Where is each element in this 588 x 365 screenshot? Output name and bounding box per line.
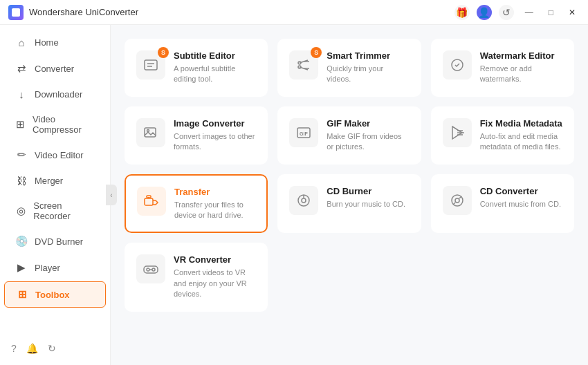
smart-trimmer-name: Smart Trimmer [327, 50, 409, 61]
sidebar-label-converter: Converter [35, 64, 74, 74]
sidebar: ⌂ Home ⇄ Converter ↓ Downloader ⊞ Video … [0, 25, 111, 365]
transfer-info: Transfer Transfer your files to device o… [174, 187, 255, 221]
sidebar-label-video-editor: Video Editor [35, 150, 84, 160]
svg-rect-0 [145, 60, 157, 70]
title-bar-right: 🎁 👤 ↺ — □ ✕ [454, 5, 580, 20]
tool-card-cd-burner[interactable]: CD Burner Burn your music to CD. [277, 174, 421, 234]
gift-icon[interactable]: 🎁 [454, 5, 470, 20]
image-converter-desc: Convert images to other formats. [174, 131, 256, 153]
smart-trimmer-badge: S [311, 47, 322, 58]
sidebar-item-merger[interactable]: ⛓ Merger [4, 169, 106, 193]
cd-converter-info: CD Converter Convert music from CD. [480, 186, 562, 209]
tool-grid: S Subtitle Editor A powerful subtitle ed… [125, 39, 574, 312]
refresh-icon[interactable]: ↺ [499, 5, 514, 20]
sync-icon[interactable]: ↻ [48, 343, 56, 354]
tool-card-transfer[interactable]: Transfer Transfer your files to device o… [125, 174, 268, 234]
tool-card-image-converter[interactable]: Image Converter Convert images to other … [125, 106, 268, 165]
tool-card-subtitle-editor[interactable]: S Subtitle Editor A powerful subtitle ed… [125, 39, 268, 97]
smart-trimmer-info: Smart Trimmer Quickly trim your videos. [327, 50, 409, 85]
sidebar-label-merger: Merger [35, 176, 63, 186]
sidebar-item-video-editor[interactable]: ✏ Video Editor [4, 142, 106, 167]
close-button[interactable]: ✕ [564, 6, 580, 19]
sidebar-label-screen-recorder: Screen Recorder [33, 200, 95, 221]
smart-trimmer-icon-wrap: S [289, 50, 318, 79]
watermark-editor-info: Watermark Editor Remove or add watermark… [480, 50, 562, 85]
sidebar-collapse-button[interactable]: ‹ [106, 185, 117, 205]
sidebar-item-home[interactable]: ⌂ Home [4, 30, 106, 55]
sidebar-bottom: ? 🔔 ↻ [0, 337, 110, 359]
sidebar-item-toolbox[interactable]: ⊞ Toolbox [4, 281, 106, 308]
svg-text:GIF: GIF [300, 131, 308, 136]
home-icon: ⌂ [15, 37, 28, 48]
minimize-button[interactable]: — [521, 6, 538, 19]
toolbox-icon: ⊞ [16, 288, 28, 301]
downloader-icon: ↓ [15, 88, 28, 100]
sidebar-item-video-compressor[interactable]: ⊞ Video Compressor [4, 108, 106, 141]
player-icon: ▶ [15, 261, 28, 274]
title-bar: Wondershare UniConverter 🎁 👤 ↺ — □ ✕ [0, 0, 588, 25]
image-converter-info: Image Converter Convert images to other … [174, 118, 256, 153]
sidebar-nav: ⌂ Home ⇄ Converter ↓ Downloader ⊞ Video … [0, 30, 110, 308]
video-editor-icon: ✏ [15, 149, 28, 161]
sidebar-label-toolbox: Toolbox [35, 290, 70, 300]
svg-rect-8 [145, 128, 156, 137]
svg-point-20 [302, 198, 306, 203]
watermark-editor-icon-wrap [443, 50, 472, 79]
tool-card-vr-converter[interactable]: VR Converter Convert videos to VR and en… [125, 243, 268, 311]
vr-converter-icon-wrap [136, 254, 165, 283]
tool-card-fix-media-metadata[interactable]: Fix Media Metadata Auto-fix and edit med… [431, 106, 574, 165]
sidebar-label-player: Player [35, 263, 60, 273]
sidebar-label-downloader: Downloader [35, 89, 82, 100]
cd-converter-icon-wrap [443, 186, 472, 215]
fix-media-metadata-name: Fix Media Metadata [480, 118, 562, 129]
notification-icon[interactable]: 🔔 [26, 343, 38, 354]
sidebar-label-dvd-burner: DVD Burner [35, 236, 83, 247]
tool-card-gif-maker[interactable]: GIF GIF Maker Make GIF from videos or pi… [277, 106, 421, 165]
tool-card-cd-converter[interactable]: CD Converter Convert music from CD. [431, 174, 574, 234]
sidebar-item-converter[interactable]: ⇄ Converter [4, 56, 106, 81]
dvd-burner-icon: 💿 [15, 235, 28, 247]
watermark-editor-name: Watermark Editor [480, 50, 562, 61]
main-layout: ⌂ Home ⇄ Converter ↓ Downloader ⊞ Video … [0, 25, 588, 365]
video-compressor-icon: ⊞ [15, 118, 26, 131]
vr-converter-info: VR Converter Convert videos to VR and en… [174, 254, 256, 299]
subtitle-editor-info: Subtitle Editor A powerful subtitle edit… [174, 50, 256, 85]
cd-converter-desc: Convert music from CD. [480, 199, 562, 209]
subtitle-editor-badge: S [158, 47, 169, 58]
gif-maker-icon-wrap: GIF [289, 118, 318, 147]
sidebar-item-player[interactable]: ▶ Player [4, 255, 106, 280]
vr-converter-name: VR Converter [174, 254, 256, 265]
gif-maker-desc: Make GIF from videos or pictures. [327, 131, 409, 153]
content-area: S Subtitle Editor A powerful subtitle ed… [111, 25, 588, 365]
watermark-editor-desc: Remove or add watermarks. [480, 64, 562, 85]
gif-maker-info: GIF Maker Make GIF from videos or pictur… [327, 118, 409, 153]
sidebar-label-video-compressor: Video Compressor [33, 114, 95, 135]
cd-burner-name: CD Burner [327, 186, 409, 196]
sidebar-item-dvd-burner[interactable]: 💿 DVD Burner [4, 229, 106, 254]
sidebar-item-downloader[interactable]: ↓ Downloader [4, 82, 106, 106]
cd-burner-desc: Burn your music to CD. [327, 199, 409, 209]
cd-burner-info: CD Burner Burn your music to CD. [327, 186, 409, 209]
app-title: Wondershare UniConverter [29, 7, 138, 17]
user-icon[interactable]: 👤 [477, 5, 492, 20]
screen-recorder-icon: ◎ [15, 205, 26, 217]
svg-point-26 [152, 268, 155, 271]
image-converter-icon-wrap [136, 118, 165, 147]
maximize-button[interactable]: □ [544, 6, 558, 19]
sidebar-item-screen-recorder[interactable]: ◎ Screen Recorder [4, 194, 106, 227]
sidebar-label-home: Home [35, 37, 59, 48]
vr-converter-desc: Convert videos to VR and enjoy on your V… [174, 268, 256, 299]
title-bar-left: Wondershare UniConverter [8, 5, 138, 20]
svg-point-23 [455, 198, 459, 203]
app-logo [8, 5, 24, 20]
converter-icon: ⇄ [15, 62, 28, 75]
image-converter-name: Image Converter [174, 118, 256, 129]
svg-point-25 [147, 268, 149, 271]
gif-maker-name: GIF Maker [327, 118, 409, 129]
transfer-icon-wrap [137, 187, 166, 216]
cd-burner-icon-wrap [289, 186, 318, 215]
tool-card-watermark-editor[interactable]: Watermark Editor Remove or add watermark… [431, 39, 574, 97]
tool-card-smart-trimmer[interactable]: S Smart Trimmer Quickly trim your videos… [277, 39, 421, 97]
help-icon[interactable]: ? [11, 343, 17, 354]
transfer-desc: Transfer your files to device or hard dr… [174, 200, 255, 221]
